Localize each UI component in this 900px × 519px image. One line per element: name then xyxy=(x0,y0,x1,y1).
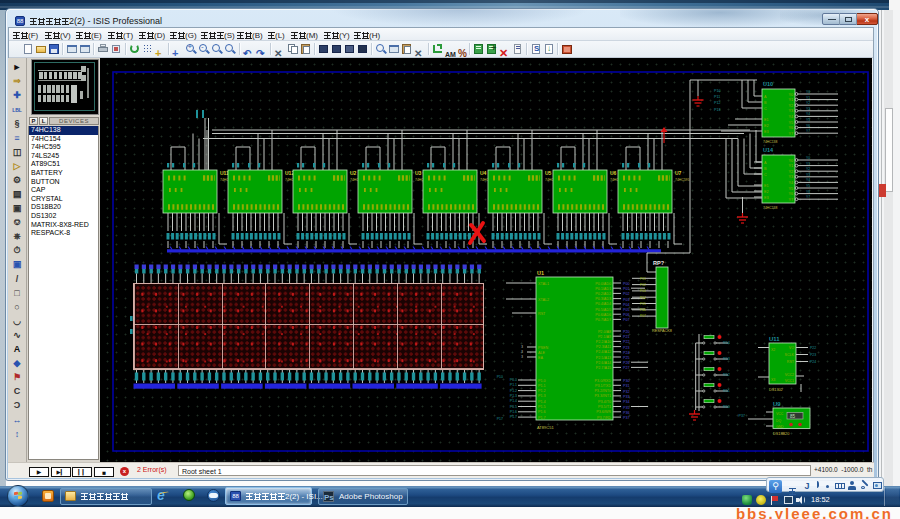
svg-text:P34: P34 xyxy=(623,400,629,404)
svg-text:U4: U4 xyxy=(480,170,487,176)
svg-text:DS18B20: DS18B20 xyxy=(773,432,789,436)
svg-text:P01: P01 xyxy=(623,287,629,291)
svg-text:GND: GND xyxy=(776,425,784,429)
svg-text:P2.5/A13: P2.5/A13 xyxy=(596,356,611,360)
svg-text:Y7: Y7 xyxy=(806,195,810,199)
svg-text:P2.6/A14: P2.6/A14 xyxy=(596,361,611,365)
svg-text:P13: P13 xyxy=(714,108,721,112)
svg-text:P00: P00 xyxy=(623,282,629,286)
svg-text:P1.6: P1.6 xyxy=(538,410,546,414)
svg-text:P27: P27 xyxy=(623,366,629,370)
svg-text:VCC: VCC xyxy=(776,412,784,416)
svg-text:P04: P04 xyxy=(623,303,629,307)
svg-text:Y4: Y4 xyxy=(788,115,793,119)
svg-text:P12: P12 xyxy=(714,101,721,105)
svg-text:R50: R50 xyxy=(723,405,730,409)
svg-text:Y5: Y5 xyxy=(788,187,793,191)
svg-text:R54: R54 xyxy=(723,341,730,345)
svg-text:P1.5: P1.5 xyxy=(510,405,517,409)
svg-text:Y5: Y5 xyxy=(806,184,810,188)
svg-text:P3.4/T0: P3.4/T0 xyxy=(598,400,611,404)
svg-text:PSEN: PSEN xyxy=(538,346,548,350)
svg-text:Y7: Y7 xyxy=(788,198,793,202)
svg-text:P2.7/A15: P2.7/A15 xyxy=(596,366,611,370)
svg-text:Y0: Y0 xyxy=(806,90,810,94)
svg-text:P1.7: P1.7 xyxy=(510,415,517,419)
svg-text:E3: E3 xyxy=(764,196,769,200)
svg-text:E2: E2 xyxy=(764,124,769,128)
svg-text:P2.0/A8: P2.0/A8 xyxy=(598,330,611,334)
svg-text:Y2: Y2 xyxy=(788,170,793,174)
svg-text:P3.7/RD: P3.7/RD xyxy=(597,416,611,420)
svg-text:P10: P10 xyxy=(497,375,503,379)
svg-text:P21: P21 xyxy=(623,335,629,339)
svg-text:P0.4/AD4: P0.4/AD4 xyxy=(595,302,611,306)
svg-text:E3: E3 xyxy=(764,130,769,134)
svg-text:P2.1/A9: P2.1/A9 xyxy=(598,335,611,339)
svg-text:U11: U11 xyxy=(769,336,780,342)
svg-text:P24: P24 xyxy=(623,351,629,355)
svg-text:VCC2: VCC2 xyxy=(785,373,794,377)
svg-text:P02: P02 xyxy=(640,283,646,287)
svg-text:Y6: Y6 xyxy=(788,126,793,130)
svg-text:P0.2/AD2: P0.2/AD2 xyxy=(595,292,611,296)
svg-text:P1.0: P1.0 xyxy=(510,378,517,382)
svg-text:P0.1/AD1: P0.1/AD1 xyxy=(595,287,611,291)
svg-text:RESPACK8: RESPACK8 xyxy=(652,329,672,333)
svg-text:X2: X2 xyxy=(771,348,775,352)
svg-text:P17: P17 xyxy=(497,417,503,421)
svg-text:P1.4: P1.4 xyxy=(538,400,546,404)
svg-text:U10: U10 xyxy=(763,81,773,87)
svg-text:P0.7/AD7: P0.7/AD7 xyxy=(595,318,611,322)
svg-text:74HC138: 74HC138 xyxy=(763,140,777,144)
svg-text:DS1302: DS1302 xyxy=(769,388,783,392)
svg-text:P3.0/RXD: P3.0/RXD xyxy=(595,379,612,383)
svg-text:EA: EA xyxy=(538,356,543,360)
svg-text:P37: P37 xyxy=(739,414,745,418)
svg-text:Y4: Y4 xyxy=(806,178,810,182)
svg-text:P1.1: P1.1 xyxy=(538,384,546,388)
svg-text:P07: P07 xyxy=(623,318,629,322)
svg-text:Y7: Y7 xyxy=(806,129,810,133)
svg-text:P25: P25 xyxy=(623,356,629,360)
svg-text:P31: P31 xyxy=(623,384,629,388)
svg-text:P26: P26 xyxy=(623,361,629,365)
svg-text:SCLK: SCLK xyxy=(785,353,795,357)
svg-text:P03: P03 xyxy=(640,289,646,293)
svg-text:E1: E1 xyxy=(764,118,769,122)
svg-text:U6: U6 xyxy=(610,170,617,176)
svg-text:P1.3: P1.3 xyxy=(538,394,546,398)
svg-text:Y5: Y5 xyxy=(806,118,810,122)
svg-text:C: C xyxy=(764,173,767,177)
svg-text:U5: U5 xyxy=(545,170,552,176)
svg-text:P2.2/A10: P2.2/A10 xyxy=(596,340,611,344)
svg-text:P35: P35 xyxy=(623,406,629,410)
svg-text:U3: U3 xyxy=(415,170,422,176)
svg-text:P0.0/AD0: P0.0/AD0 xyxy=(595,282,611,286)
svg-text:Y4: Y4 xyxy=(806,112,810,116)
svg-text:ALE: ALE xyxy=(538,351,546,355)
svg-text:P1.7: P1.7 xyxy=(538,416,546,420)
svg-text:Y3: Y3 xyxy=(788,109,793,113)
svg-text:P3.1/TXD: P3.1/TXD xyxy=(595,384,611,388)
svg-text:RST: RST xyxy=(538,312,546,316)
svg-text:Y3: Y3 xyxy=(806,173,810,177)
svg-text:XTAL2: XTAL2 xyxy=(538,298,549,302)
svg-text:R51: R51 xyxy=(723,389,730,393)
svg-text:X3: X3 xyxy=(771,378,775,382)
svg-text:P20: P20 xyxy=(623,330,629,334)
svg-text:P22: P22 xyxy=(810,346,816,350)
svg-text:P10: P10 xyxy=(714,89,721,93)
svg-text:P06: P06 xyxy=(640,308,646,312)
svg-text:P03: P03 xyxy=(623,298,629,302)
svg-text:Y1: Y1 xyxy=(806,96,810,100)
svg-text:RP?: RP? xyxy=(653,260,665,266)
svg-text:P0.3/AD3: P0.3/AD3 xyxy=(595,297,611,301)
svg-text:P07: P07 xyxy=(640,314,646,318)
svg-text:VCC1: VCC1 xyxy=(785,379,794,383)
svg-text:P05: P05 xyxy=(623,308,629,312)
svg-text:Y7: Y7 xyxy=(788,132,793,136)
svg-text:Y0: Y0 xyxy=(788,93,793,97)
svg-text:E1: E1 xyxy=(764,184,769,188)
svg-text:3: 3 xyxy=(521,350,523,354)
